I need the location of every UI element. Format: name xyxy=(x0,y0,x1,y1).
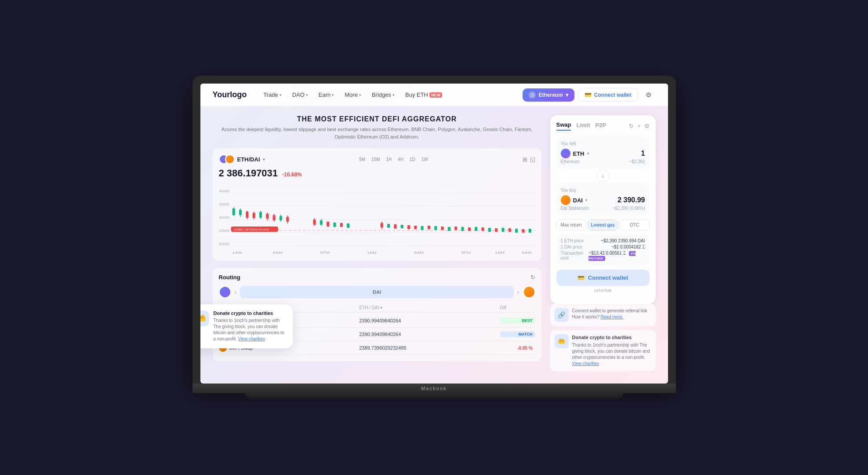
chart-area-icon[interactable]: ◱ xyxy=(530,156,535,163)
swap-tab-actions: ↻ + ⚙ xyxy=(629,123,650,129)
route-otc[interactable]: OTC xyxy=(620,219,650,230)
ethereum-icon: Ξ xyxy=(529,91,536,99)
connect-wallet-header-button[interactable]: 💳 Connect wallet xyxy=(578,88,638,102)
laptop-base: Macbook xyxy=(192,384,676,393)
price-change: -10.68% xyxy=(282,172,302,178)
read-more-link[interactable]: Read more. xyxy=(601,314,624,319)
charity-text: Donate crypto to charities Thanks to 1in… xyxy=(572,334,651,366)
routing-badge-neg: -0.05 % xyxy=(500,345,535,351)
nav-bridges[interactable]: Bridges ▾ xyxy=(367,89,399,101)
tab-p2p[interactable]: P2P xyxy=(596,122,607,130)
nav-buy-eth[interactable]: Buy ETH NEW xyxy=(401,89,447,101)
add-icon[interactable]: + xyxy=(637,123,641,129)
buy-token-selector[interactable]: DAI ▾ xyxy=(561,195,588,205)
refresh-icon[interactable]: ↻ xyxy=(530,274,535,281)
chevron-down-icon: ▾ xyxy=(587,151,589,156)
nav-more[interactable]: More ▾ xyxy=(340,89,366,101)
right-panel: Swap Limit P2P ↻ + ⚙ You sell xyxy=(550,115,656,374)
svg-rect-38 xyxy=(347,223,349,228)
chevron-down-icon: ▾ xyxy=(359,93,361,97)
svg-rect-35 xyxy=(327,222,329,227)
route-lowest-gas[interactable]: Lowest gas xyxy=(588,219,618,230)
network-selector[interactable]: Ξ Ethereum ▾ xyxy=(523,88,574,102)
chart-timeframes: 5M 15M 1H 4H 1D 1W xyxy=(357,156,430,163)
price-info-row-tx: Transaction cost ~$13.42 0.00561 Ξ 0% RE… xyxy=(561,251,645,260)
buy-section: You buy DAI ▾ 2 390.99 Dai Stablec xyxy=(556,183,650,215)
pair-icons xyxy=(219,154,235,164)
swap-tabs: Swap Limit P2P ↻ + ⚙ xyxy=(556,121,650,131)
connect-wallet-main-button[interactable]: 💳 Connect wallet xyxy=(556,270,650,286)
tf-5m[interactable]: 5M xyxy=(357,156,367,163)
buy-label: You buy xyxy=(561,188,645,193)
nav-dao[interactable]: DAO ▾ xyxy=(288,89,312,101)
swap-widget: Swap Limit P2P ↻ + ⚙ You sell xyxy=(550,115,656,303)
chart-price: 2 386.197031 xyxy=(219,168,278,179)
charity-icon: 🤲 xyxy=(555,334,569,348)
wallet-icon: 💳 xyxy=(577,274,585,281)
routing-badge-best: BEST xyxy=(500,318,535,324)
price-display: 2 386.197031 -10.68% xyxy=(219,168,535,179)
chart-tools: ⊞ ◱ xyxy=(523,156,535,163)
svg-rect-43 xyxy=(400,225,403,228)
tab-swap[interactable]: Swap xyxy=(556,121,571,131)
tf-4h[interactable]: 4H xyxy=(396,156,405,163)
svg-text:2500: 2500 xyxy=(219,229,229,233)
tf-1d[interactable]: 1D xyxy=(408,156,417,163)
floating-charity-text: Thanks to 1inch's partnership with The g… xyxy=(214,318,287,342)
routing-bar-label: DAI xyxy=(373,289,381,295)
route-max-return[interactable]: Max return xyxy=(556,219,586,230)
dai-price-value: ~$1 0.0004182 Ξ xyxy=(611,245,645,249)
routing-amount-3: 2389.7396020232495 xyxy=(360,345,500,351)
main-nav: Trade ▾ DAO ▾ Earn ▾ More ▾ xyxy=(259,89,523,101)
svg-rect-51 xyxy=(454,227,457,230)
svg-rect-58 xyxy=(501,228,504,232)
settings-button[interactable]: ⚙ xyxy=(642,88,656,102)
routing-col-diff: Diff xyxy=(500,305,535,310)
svg-rect-41 xyxy=(387,224,389,228)
routing-flow: › DAI › xyxy=(219,286,535,298)
svg-rect-54 xyxy=(475,227,477,231)
routing-col-pair: ETH / DAI ▾ xyxy=(360,305,500,310)
price-info-row-eth: 1 ETH price ~$2,390 2390.994 DAI xyxy=(561,238,645,243)
tf-1w[interactable]: 1W xyxy=(420,156,430,163)
nav-trade[interactable]: Trade ▾ xyxy=(259,89,286,101)
svg-rect-55 xyxy=(481,227,484,231)
chart-header: ETH/DAI ▾ 5M 15M 1H 4H 1D 1W xyxy=(219,154,535,164)
price-info-row-dai: 1 DAI price ~$1 0.0004182 Ξ xyxy=(561,245,645,249)
svg-text:1AM: 1AM xyxy=(232,251,242,255)
view-charities-link[interactable]: View charities xyxy=(238,336,265,341)
svg-text:5PM: 5PM xyxy=(320,251,329,255)
macbook-label: Macbook xyxy=(421,386,447,391)
eth-price-value: ~$2,390 2390.994 DAI xyxy=(601,238,645,243)
buy-token-name: DAI xyxy=(573,197,583,204)
refresh-icon[interactable]: ↻ xyxy=(629,123,634,129)
routing-header: Routing ↻ xyxy=(219,274,535,281)
sell-token-icon xyxy=(561,149,570,158)
sell-token-selector[interactable]: ETH ▾ xyxy=(561,149,589,158)
settings-sliders-icon[interactable]: ⚙ xyxy=(644,123,650,129)
app-header: Yourlogo Trade ▾ DAO ▾ Earn ▾ xyxy=(200,84,668,106)
referral-icon: 🔗 xyxy=(555,308,569,322)
sell-token-row: ETH ▾ 1 xyxy=(561,149,645,158)
routing-amount-1: 2390.99409840264 xyxy=(360,318,500,323)
svg-text:3000: 3000 xyxy=(219,216,229,219)
chart-pair-selector[interactable]: ETH/DAI ▾ xyxy=(219,154,265,164)
buy-amount: 2 390.99 xyxy=(617,196,645,204)
dai-icon xyxy=(225,154,235,164)
view-charities-link-2[interactable]: View charities xyxy=(572,361,599,366)
svg-rect-53 xyxy=(468,227,470,231)
svg-rect-57 xyxy=(495,228,498,232)
tf-1h[interactable]: 1H xyxy=(384,156,393,163)
svg-text:2386.197031•47/04: 2386.197031•47/04 xyxy=(233,228,269,231)
sell-amount[interactable]: 1 xyxy=(641,150,645,157)
tf-15m[interactable]: 15M xyxy=(370,156,381,163)
svg-text:5PM: 5PM xyxy=(461,251,471,255)
svg-text:2000: 2000 xyxy=(219,242,229,246)
nav-earn[interactable]: Earn ▾ xyxy=(314,89,338,101)
tab-limit[interactable]: Limit xyxy=(576,122,590,130)
chevron-down-icon: ▾ xyxy=(392,93,395,97)
swap-direction-button[interactable]: ↓ xyxy=(597,170,609,182)
gear-icon: ⚙ xyxy=(646,91,651,99)
sell-section: You sell ETH ▾ 1 Ethereum xyxy=(556,137,650,168)
chart-candle-icon[interactable]: ⊞ xyxy=(523,156,527,163)
